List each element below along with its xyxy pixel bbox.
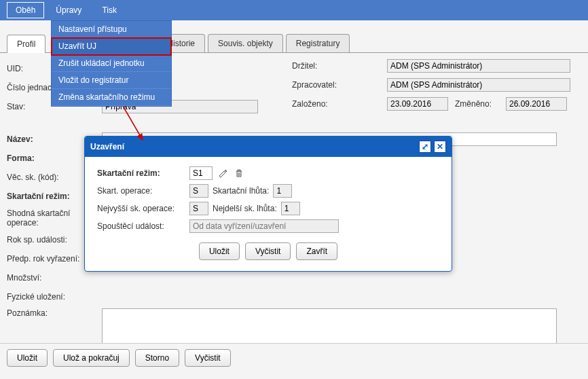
dialog-expand-button[interactable]: ⤢ — [419, 141, 431, 153]
label-fyzicke-ulozeni: Fyzické uložení: — [7, 292, 102, 302]
field-zalozeno[interactable] — [387, 97, 448, 111]
dropdown-uzavrit-uj[interactable]: Uzavřít UJ — [52, 38, 171, 55]
tab-registratury[interactable]: Registratury — [286, 34, 350, 52]
modal-field-nejdelsi — [281, 202, 300, 215]
modal-field-spousteci — [189, 219, 339, 233]
uzavreni-dialog: Uzavření ⤢ ✕ Skartační režim: Skart. ope… — [84, 136, 452, 272]
modal-field-sklhuta — [273, 184, 292, 198]
dropdown-zmena-rezimu[interactable]: Změna skartačního režimu — [52, 89, 171, 106]
modal-ulozit-button[interactable]: Uložit — [199, 242, 240, 260]
close-icon: ✕ — [437, 142, 443, 151]
modal-field-nejvyssi — [189, 202, 208, 215]
topbar-upravy[interactable]: Úpravy — [47, 2, 90, 18]
label-drzitel: Držitel: — [292, 61, 387, 71]
footer-vycistit-button[interactable]: Vyčistit — [185, 349, 231, 367]
modal-label-sklhuta: Skartační lhůta: — [213, 186, 269, 196]
modal-zavrit-button[interactable]: Zavřít — [296, 242, 337, 260]
footer-buttons: Uložit Ulož a pokračuj Storno Vyčistit — [0, 343, 588, 372]
label-zmeneno: Změněno: — [455, 99, 506, 109]
label-zpracovatel: Zpracovatel: — [292, 80, 387, 90]
topbar-tisk[interactable]: Tisk — [93, 2, 126, 18]
modal-label-spousteci: Spouštěcí událost: — [97, 221, 185, 231]
dropdown-nastaveni-pristupu[interactable]: Nastavení přístupu — [52, 21, 171, 38]
label-poznamka: Poznámka: — [7, 308, 102, 318]
label-mnozstvi: Množství: — [7, 273, 102, 283]
field-drzitel[interactable] — [387, 59, 570, 73]
dropdown-vlozit-registratur[interactable]: Vložit do registratur — [52, 72, 171, 89]
topbar: Oběh Úpravy Tisk — [0, 0, 588, 20]
modal-label-nejdelsi: Nejdelší sk. lhůta: — [213, 204, 277, 213]
modal-label-nejvyssi: Nejvyšší sk. operace: — [97, 204, 185, 213]
modal-label-skoperace: Skart. operace: — [97, 186, 185, 196]
tab-souvis-objekty[interactable]: Souvis. objekty — [208, 34, 283, 52]
dialog-title: Uzavření — [90, 142, 124, 151]
label-zalozeno: Založeno: — [292, 99, 387, 109]
dialog-header: Uzavření ⤢ ✕ — [85, 137, 452, 157]
modal-field-skrezim[interactable] — [189, 166, 213, 180]
delete-icon[interactable] — [233, 167, 245, 179]
footer-ulozit-button[interactable]: Uložit — [7, 349, 48, 367]
tab-profil[interactable]: Profil — [7, 35, 45, 53]
field-zpracovatel[interactable] — [387, 78, 570, 92]
modal-vycistit-button[interactable]: Vyčistit — [245, 242, 291, 260]
footer-ulozpokracuj-button[interactable]: Ulož a pokračuj — [53, 349, 130, 367]
dialog-close-button[interactable]: ✕ — [434, 141, 446, 153]
footer-storno-button[interactable]: Storno — [135, 349, 179, 367]
field-zmeneno[interactable] — [506, 97, 567, 111]
modal-label-skrezim: Skartační režim: — [97, 168, 185, 178]
modal-field-skoperace — [189, 184, 208, 198]
lookup-icon[interactable] — [217, 167, 229, 179]
expand-icon: ⤢ — [422, 142, 428, 151]
dropdown-zrusit-jednotku[interactable]: Zrušit ukládací jednotku — [52, 55, 171, 72]
topbar-obeh[interactable]: Oběh — [7, 2, 44, 18]
upravy-dropdown: Nastavení přístupu Uzavřít UJ Zrušit ukl… — [51, 20, 172, 107]
